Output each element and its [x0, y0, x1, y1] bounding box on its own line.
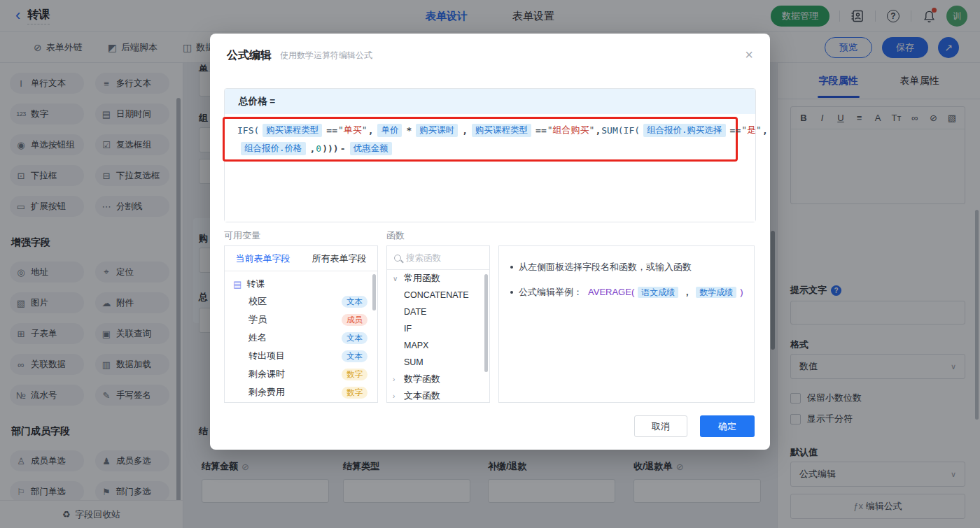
variable-type-badge: 成员	[342, 314, 368, 326]
formula-target: 总价格 =	[225, 89, 755, 114]
field-chip[interactable]: 组合报价.购买选择	[643, 124, 726, 137]
field-chip[interactable]: 组合报价.价格	[241, 142, 306, 155]
function-item-concatenate[interactable]: CONCATENATE	[387, 287, 489, 304]
field-chip[interactable]: 购买课时	[416, 124, 458, 137]
formula-line-1: IFS(购买课程类型==单买,单价*购买课时,购买课程类型==组合购买,SUM(…	[237, 122, 769, 138]
formula-token: ==	[326, 125, 338, 136]
field-chip[interactable]: 购买课程类型	[472, 124, 531, 137]
functions-panel: ∨常用函数CONCATENATEDATEIFMAPXSUM›数学函数›文本函数	[386, 245, 490, 403]
help-line-1: 从左侧面板选择字段名和函数，或输入函数	[510, 260, 744, 274]
variable-row[interactable]: 姓名文本	[225, 329, 377, 347]
formula-token: 组合购买	[547, 124, 595, 136]
formula-token: IFS(	[237, 125, 259, 136]
variable-name: 学员	[248, 313, 267, 326]
variable-row[interactable]: 剩余费用数字	[225, 383, 377, 401]
formula-token: 是	[741, 124, 762, 136]
variable-row[interactable]: 转出项目文本	[225, 347, 377, 365]
variable-name: 姓名	[248, 331, 267, 344]
close-icon[interactable]: ×	[745, 48, 753, 62]
variable-type-badge: 文本	[342, 332, 368, 344]
confirm-button[interactable]: 确定	[700, 415, 755, 437]
field-chip[interactable]: 单价	[377, 124, 402, 137]
formula-editor-box: 总价格 = IFS(购买课程类型==单买,单价*购买课时,购买课程类型==组合购…	[224, 88, 756, 222]
modal-title: 公式编辑	[227, 48, 272, 63]
cancel-button[interactable]: 取消	[634, 415, 687, 437]
formula-token: ,	[461, 125, 468, 136]
modal-header: 公式编辑 使用数学运算符编辑公式 ×	[210, 34, 770, 77]
modal-subtitle: 使用数学运算符编辑公式	[280, 50, 372, 62]
chevron-right-icon: ›	[393, 376, 400, 383]
formula-token: ，	[682, 287, 692, 297]
function-item-sum[interactable]: SUM	[387, 354, 489, 371]
help-line-2: 公式编辑举例：AVERAGE(语文成绩，数学成绩)	[510, 285, 744, 299]
variable-type-badge: 数字	[342, 387, 368, 399]
function-item-if[interactable]: IF	[387, 320, 489, 337]
form-file-icon: ▤	[233, 279, 241, 290]
function-item-mapx[interactable]: MAPX	[387, 337, 489, 354]
variables-scrollbar-thumb[interactable]	[372, 274, 376, 311]
chevron-down-icon: ∨	[393, 275, 400, 283]
variables-tabs: 当前表单字段 所有表单字段	[225, 246, 377, 271]
formula-token: ,	[762, 125, 769, 136]
formula-token: ,	[368, 125, 374, 136]
function-search	[387, 246, 489, 270]
variable-name: 剩余课时	[248, 368, 285, 380]
variables-panel: 当前表单字段 所有表单字段 ▤ 转课 校区文本学员成员姓名文本转出项目文本剩余课…	[224, 245, 378, 403]
field-chip[interactable]: 购买课程类型	[262, 124, 322, 137]
function-group-label: 数学函数	[404, 373, 440, 385]
formula-token: ==	[535, 125, 547, 136]
formula-input-area[interactable]: IFS(购买课程类型==单买,单价*购买课时,购买课程类型==组合购买,SUM(…	[225, 114, 755, 222]
formula-token: ==	[729, 125, 742, 136]
modal-footer: 取消 确定	[634, 415, 755, 437]
function-group-expanded[interactable]: ∨常用函数	[387, 270, 489, 287]
formula-token: -	[340, 143, 346, 154]
variable-name: 校区	[248, 295, 267, 308]
field-chip[interactable]: 语文成绩	[638, 287, 678, 298]
variable-type-badge: 文本	[342, 296, 368, 308]
bullet	[510, 266, 513, 269]
variable-name: 剩余费用	[248, 386, 285, 399]
formula-token: AVERAGE(	[588, 287, 634, 297]
function-group-label: 文本函数	[404, 390, 440, 402]
variable-row[interactable]: 学员成员	[225, 311, 377, 329]
formula-token: SUM(IF(	[601, 125, 640, 136]
function-item-date[interactable]: DATE	[387, 304, 489, 320]
functions-scrollbar-thumb[interactable]	[484, 274, 488, 372]
formula-help-panel: 从左侧面板选择字段名和函数，或输入函数 公式编辑举例：AVERAGE(语文成绩，…	[498, 245, 755, 403]
field-chip[interactable]: 优惠金额	[350, 142, 392, 155]
formula-token: *	[405, 125, 412, 136]
tab-all-form-fields[interactable]: 所有表单字段	[301, 246, 377, 271]
variable-name: 转出项目	[248, 350, 285, 362]
functions-label: 函数	[386, 229, 405, 242]
function-group-label: 常用函数	[404, 272, 440, 285]
formula-editor-modal: 公式编辑 使用数学运算符编辑公式 × 总价格 = IFS(购买课程类型==单买,…	[210, 34, 770, 450]
search-icon	[394, 255, 401, 262]
formula-token: 单买	[338, 124, 368, 136]
variable-type-badge: 数字	[342, 369, 368, 380]
tab-current-form-fields[interactable]: 当前表单字段	[225, 246, 301, 271]
form-root-node[interactable]: ▤ 转课	[225, 271, 377, 292]
formula-token: ,	[309, 143, 316, 154]
formula-token: 0	[316, 143, 321, 154]
variable-row[interactable]: 校区文本	[225, 292, 377, 311]
function-search-input[interactable]	[406, 253, 476, 263]
bullet	[510, 291, 513, 294]
formula-token: )))	[321, 143, 339, 154]
function-group-collapsed[interactable]: ›数学函数	[387, 371, 489, 387]
variable-row[interactable]: 剩余课时数字	[225, 365, 377, 383]
function-group-collapsed[interactable]: ›文本函数	[387, 387, 489, 403]
formula-line-2: 组合报价.价格,0)))-优惠金额	[237, 141, 396, 156]
field-chip[interactable]: 数学成绩	[696, 287, 736, 298]
chevron-right-icon: ›	[393, 392, 400, 400]
variable-type-badge: 文本	[342, 350, 368, 362]
variables-label: 可用变量	[224, 229, 260, 242]
formula-token: ,	[594, 125, 601, 136]
formula-token: )	[740, 287, 743, 297]
